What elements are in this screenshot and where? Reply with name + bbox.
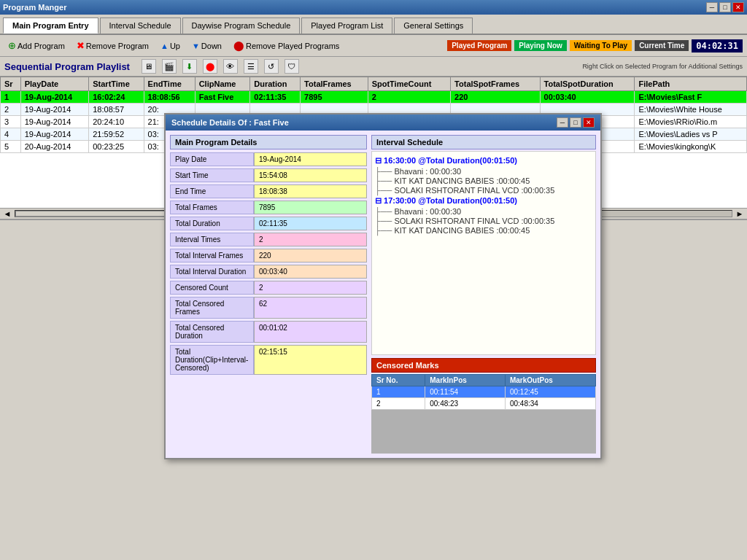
playing-badge: Playing Now bbox=[514, 40, 566, 51]
detail-value: 220 bbox=[254, 249, 367, 262]
detail-value: 15:54:08 bbox=[254, 168, 367, 182]
table-cell: 00:03:40 bbox=[540, 91, 635, 104]
refresh-icon[interactable]: ↺ bbox=[264, 59, 279, 74]
censored-cell: 00:11:54 bbox=[425, 386, 506, 398]
detail-value: 02:11:35 bbox=[254, 217, 367, 230]
table-cell: 20:24:10 bbox=[89, 116, 144, 128]
scroll-left-button[interactable]: ◄ bbox=[0, 209, 15, 218]
col-playdate: PlayDate bbox=[20, 77, 89, 91]
detail-row: Total Censored Frames62 bbox=[170, 297, 367, 319]
tab-daywise-program-schedule[interactable]: Daywise Program Schedule bbox=[182, 18, 301, 34]
close-button[interactable]: ✕ bbox=[732, 2, 744, 12]
table-cell: 19-Aug-2014 bbox=[20, 116, 89, 128]
detail-value: 62 bbox=[254, 297, 367, 319]
col-duration: Duration bbox=[250, 77, 301, 91]
table-cell: 19-Aug-2014 bbox=[20, 128, 89, 141]
shield-icon[interactable]: 🛡 bbox=[285, 59, 299, 74]
align-icon[interactable]: ☰ bbox=[244, 59, 258, 74]
table-row[interactable]: 119-Aug-201416:02:2418:08:56Fast Five02:… bbox=[1, 91, 747, 104]
modal-controls[interactable]: ─ □ ✕ bbox=[557, 117, 595, 128]
table-cell: 16:02:24 bbox=[89, 91, 144, 104]
table-cell: 220 bbox=[451, 91, 540, 104]
col-starttime: StartTime bbox=[89, 77, 144, 91]
stop-circle-icon[interactable]: ⬤ bbox=[203, 59, 217, 74]
maximize-button[interactable]: □ bbox=[719, 2, 731, 12]
col-filepath: FilePath bbox=[635, 77, 747, 91]
table-cell: 2 bbox=[1, 104, 21, 116]
col-clipname: ClipName bbox=[195, 77, 250, 91]
tree-child-item: SOLAKI RSHTORANT FINAL VCD :00:00:35 bbox=[375, 217, 592, 225]
detail-value: 7895 bbox=[254, 201, 367, 214]
censored-cell: 1 bbox=[372, 386, 425, 398]
table-cell: 3 bbox=[1, 116, 21, 128]
down-button[interactable]: ▼ Down bbox=[188, 39, 225, 52]
censored-row: 200:48:2300:48:34 bbox=[372, 398, 596, 410]
schedule-details-modal[interactable]: Schedule Details Of : Fast Five ─ □ ✕ Ma… bbox=[164, 113, 602, 459]
detail-label: Total Duration(Clip+Interval-Censored) bbox=[170, 345, 254, 375]
detail-label: Total Frames bbox=[170, 201, 254, 214]
modal-minimize-button[interactable]: ─ bbox=[557, 117, 568, 128]
detail-value: 18:08:38 bbox=[254, 184, 367, 198]
current-time-label: Current Time bbox=[635, 40, 689, 51]
detail-value: 2 bbox=[254, 233, 367, 246]
censored-marks-title: Censored Marks bbox=[371, 358, 596, 373]
detail-row: Start Time15:54:08 bbox=[170, 168, 367, 182]
scroll-right-button[interactable]: ► bbox=[732, 209, 747, 218]
interval-schedule-section: Interval Schedule 16:30:00 @Total Durati… bbox=[371, 135, 596, 355]
modal-title-bar: Schedule Details Of : Fast Five ─ □ ✕ bbox=[166, 114, 600, 131]
modal-maximize-button[interactable]: □ bbox=[570, 117, 581, 128]
detail-value: 00:03:40 bbox=[254, 265, 367, 279]
detail-label: Interval Times bbox=[170, 233, 254, 246]
table-cell: E:\Movies\kingkong\K bbox=[635, 141, 747, 153]
detail-value: 00:01:02 bbox=[254, 321, 367, 343]
col-totalframes: TotalFrames bbox=[301, 77, 368, 91]
add-program-label: Add Program bbox=[18, 42, 65, 50]
tab-played-program-list[interactable]: Played Program List bbox=[301, 18, 392, 34]
main-program-details-title: Main Program Details bbox=[170, 135, 367, 149]
tree-node-header[interactable]: 17:30:00 @Total Duration(00:01:50) bbox=[375, 196, 592, 206]
minimize-button[interactable]: ─ bbox=[706, 2, 718, 12]
download-icon[interactable]: ⬇ bbox=[182, 59, 197, 74]
window-title: Program Manger bbox=[3, 3, 66, 12]
main-program-details-panel: Main Program Details Play Date19-Aug-201… bbox=[170, 135, 367, 454]
tree-child-item: SOLAKI RSHTORANT FINAL VCD :00:00:35 bbox=[375, 186, 592, 195]
film-icon[interactable]: 🎬 bbox=[162, 59, 177, 74]
tab-main-program-entry[interactable]: Main Program Entry bbox=[3, 18, 98, 34]
detail-row: End Time18:08:38 bbox=[170, 184, 367, 198]
tree-node-header[interactable]: 16:30:00 @Total Duration(00:01:50) bbox=[375, 156, 592, 166]
remove-program-button[interactable]: ✖ Remove Program bbox=[73, 38, 152, 53]
tab-general-settings[interactable]: General Settings bbox=[394, 18, 473, 34]
add-program-button[interactable]: ⊕ Add Program bbox=[4, 38, 69, 53]
table-cell: 1 bbox=[1, 91, 21, 104]
secondary-toolbar: Sequential Program Playlist 🖥 🎬 ⬇ ⬤ 👁 ☰ … bbox=[0, 57, 747, 77]
detail-row: Total Duration(Clip+Interval-Censored)02… bbox=[170, 345, 367, 375]
tree-child-item: Bhavani : 00:00:30 bbox=[375, 167, 592, 176]
modal-close-button[interactable]: ✕ bbox=[583, 117, 595, 128]
tab-bar: Main Program Entry Interval Schedule Day… bbox=[0, 15, 747, 35]
col-totalspotframes: TotalSpotFrames bbox=[451, 77, 540, 91]
remove-played-button[interactable]: ⬤ Remove Played Programs bbox=[230, 38, 343, 53]
interval-schedule-title: Interval Schedule bbox=[371, 135, 596, 149]
detail-label: Total Censored Duration bbox=[170, 321, 254, 343]
table-cell: 00:23:25 bbox=[89, 141, 144, 153]
eye-icon[interactable]: 👁 bbox=[223, 59, 238, 74]
waiting-badge: Waiting To Play bbox=[570, 40, 632, 51]
tab-interval-schedule[interactable]: Interval Schedule bbox=[100, 18, 181, 34]
detail-row: Play Date19-Aug-2014 bbox=[170, 152, 367, 166]
monitor-icon[interactable]: 🖥 bbox=[142, 59, 156, 74]
detail-label: Censored Count bbox=[170, 281, 254, 295]
censored-col-sr: Sr No. bbox=[372, 375, 425, 386]
detail-label: Play Date bbox=[170, 152, 254, 166]
detail-row: Total Interval Frames220 bbox=[170, 249, 367, 262]
col-endtime: EndTime bbox=[144, 77, 195, 91]
up-arrow-icon: ▲ bbox=[160, 42, 169, 50]
add-icon: ⊕ bbox=[8, 40, 16, 51]
table-cell: E:\Movies\Ladies vs P bbox=[635, 128, 747, 141]
table-cell: 21:59:52 bbox=[89, 128, 144, 141]
up-button[interactable]: ▲ Up bbox=[157, 39, 184, 52]
censored-cell: 00:12:45 bbox=[505, 386, 595, 398]
detail-value: 02:15:15 bbox=[254, 345, 367, 375]
detail-label: Total Interval Frames bbox=[170, 249, 254, 262]
window-controls[interactable]: ─ □ ✕ bbox=[706, 2, 744, 12]
censored-cell: 2 bbox=[372, 398, 425, 410]
